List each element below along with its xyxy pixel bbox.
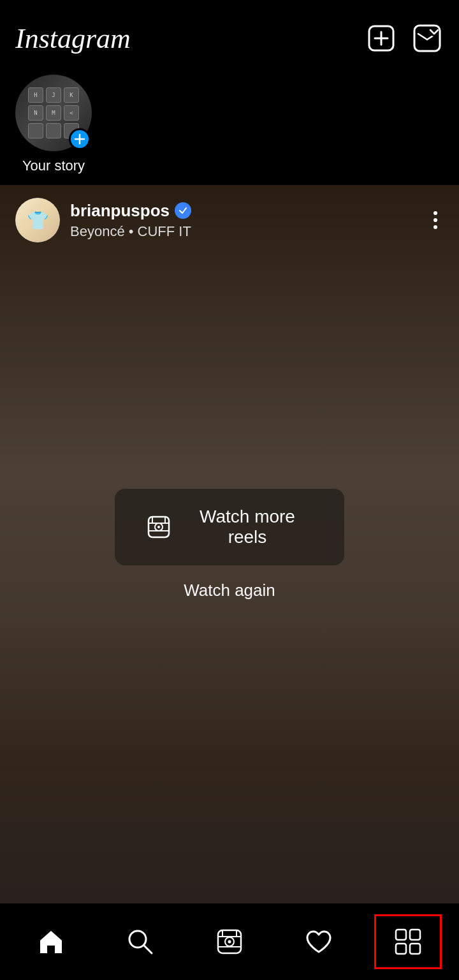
instagram-logo: Instagram (15, 22, 131, 55)
stories-bar: H J K N M < Your story (0, 64, 459, 185)
nav-reels[interactable] (198, 916, 261, 967)
bottom-navigation (0, 903, 459, 980)
plus-square-icon (367, 24, 395, 52)
messenger-button[interactable] (411, 22, 444, 55)
svg-rect-23 (396, 930, 406, 940)
key-h: H (28, 87, 43, 103)
key-blank1 (28, 123, 43, 138)
svg-rect-26 (410, 944, 420, 954)
story-avatar-wrapper: H J K N M < (15, 75, 92, 151)
key-n: N (28, 105, 43, 121)
your-story-item[interactable]: H J K N M < Your story (15, 75, 92, 174)
key-j: J (46, 87, 61, 103)
key-k: K (64, 87, 79, 103)
nav-home[interactable] (19, 916, 83, 967)
watch-again-button[interactable]: Watch again (184, 581, 275, 600)
svg-rect-24 (410, 930, 420, 940)
watch-more-reels-button[interactable]: Watch more reels (115, 489, 344, 565)
reel-end-actions: Watch more reels Watch again (0, 185, 459, 903)
your-story-label: Your story (22, 158, 85, 174)
svg-rect-25 (396, 944, 406, 954)
search-icon (126, 928, 154, 956)
profile-grid-icon (394, 928, 422, 956)
home-icon (37, 928, 65, 956)
key-m: M (46, 105, 61, 121)
svg-point-9 (157, 526, 160, 528)
story-add-button[interactable] (69, 128, 91, 150)
nav-activity[interactable] (287, 916, 351, 967)
plus-icon (74, 133, 85, 145)
create-post-button[interactable] (365, 22, 398, 55)
svg-line-15 (144, 946, 152, 953)
header-actions (365, 22, 444, 55)
key-lt: < (64, 105, 79, 121)
svg-point-4 (430, 27, 439, 36)
nav-search[interactable] (108, 916, 172, 967)
messenger-icon (412, 24, 442, 53)
key-blank2 (46, 123, 61, 138)
heart-icon (305, 928, 333, 956)
reels-icon (147, 515, 171, 539)
reels-nav-icon (215, 928, 244, 956)
watch-again-label: Watch again (184, 581, 275, 600)
watch-more-reels-label: Watch more reels (182, 507, 312, 547)
app-header: Instagram (0, 0, 459, 64)
svg-point-18 (228, 940, 231, 944)
nav-profile[interactable] (376, 916, 440, 967)
